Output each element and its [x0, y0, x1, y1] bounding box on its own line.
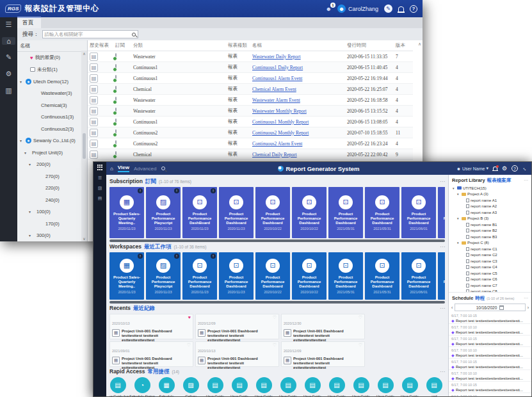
- scroll-down-icon[interactable]: ∨: [83, 236, 85, 241]
- recent-card[interactable]: 2020/12/30 ♡ ▦ Project Unit-001 Dashboar…: [281, 314, 365, 339]
- subscription-tile[interactable]: ! ▨ Product Performance Playscript 2020/…: [146, 187, 181, 238]
- recent-card[interactable]: 2020/10/13 ♡ ▦ Project Unit-001 Dashboar…: [195, 341, 279, 367]
- tree-expand-arrow[interactable]: ▾: [29, 233, 33, 238]
- history-report-icon[interactable]: ▤: [90, 96, 98, 104]
- search-icon[interactable]: [161, 166, 165, 170]
- tree-expand-arrow[interactable]: ▾: [20, 138, 24, 143]
- tree-expand-arrow[interactable]: ▾: [29, 162, 33, 166]
- menu-icon[interactable]: ☰: [6, 20, 12, 29]
- schedule-entry[interactable]: 6/17, 7:00 10:15 ◆ Report test testtestt…: [449, 312, 531, 324]
- subscription-tile[interactable]: ! ⊡ Product Performance Dashboard 2021/0…: [438, 187, 445, 238]
- workspace-tile[interactable]: ! ⊡ Product Performance Dashboard 2020/1…: [255, 252, 290, 300]
- subscription-tile[interactable]: ! ⊡ Product Performance Dashboard 2021/0…: [365, 187, 399, 238]
- tree-item[interactable]: ♥ 我的最愛(0): [17, 52, 87, 64]
- schedule-entry[interactable]: 6/17, 7:00 10:10 ◆ Report test testtestt…: [449, 393, 531, 396]
- library-tree-item[interactable]: report name A3: [451, 209, 529, 216]
- subscribe-icon[interactable]: [115, 53, 117, 60]
- workspaces-more-icon[interactable]: ⋯: [440, 244, 445, 250]
- rapid-access-item[interactable]: ▤ end: [426, 377, 442, 396]
- rapid-access-item[interactable]: ▤ User Guide: [280, 377, 296, 396]
- workspaces-scrollbar[interactable]: [109, 301, 445, 304]
- subscribe-icon[interactable]: [115, 129, 117, 136]
- history-report-icon[interactable]: ▤: [90, 85, 98, 93]
- calendar-icon[interactable]: [499, 305, 504, 310]
- library-tree-item[interactable]: report name A1: [451, 197, 529, 204]
- schedule-entry[interactable]: 6/17, 7:00 10:15 ◆ Report test testtestt…: [449, 336, 531, 347]
- next-day-icon[interactable]: ›: [528, 305, 529, 310]
- fullscreen-icon[interactable]: ↔: [521, 165, 529, 172]
- tree-scrollbar[interactable]: ∧ ∨: [81, 51, 87, 241]
- subscription-tile[interactable]: ! ▦ Product Sales-Quarterly Meeting.. 20…: [109, 187, 144, 238]
- favorite-heart-icon[interactable]: ♡: [273, 315, 277, 320]
- report-name-link[interactable]: Continuous2 Monthly Report: [250, 127, 345, 138]
- table-scroll-up-icon[interactable]: ∧: [418, 42, 421, 47]
- favorite-heart-icon[interactable]: ♡: [187, 343, 191, 348]
- favorite-heart-icon[interactable]: ♡: [359, 343, 362, 348]
- history-report-icon[interactable]: ▤: [90, 53, 98, 61]
- home-icon[interactable]: ⌂: [2, 37, 15, 45]
- tree-item[interactable]: ▾ Project Unit(0): [17, 147, 87, 159]
- schedule-entry[interactable]: 6/17, 7:00 10:10 ◆ Report test testtestt…: [449, 324, 531, 336]
- search-icon[interactable]: [132, 33, 136, 36]
- library-tree-item[interactable]: report name C3: [451, 258, 529, 264]
- user-menu[interactable]: ☻ User Name ▾: [456, 166, 488, 171]
- subscription-scrollbar[interactable]: [109, 239, 445, 242]
- favorite-heart-icon[interactable]: ♡: [359, 315, 362, 320]
- subscription-tile[interactable]: ! ⊡ Product Performance Dashboard 2020/1…: [219, 187, 254, 238]
- rapid-access-item[interactable]: ▤ User Guide: [207, 377, 223, 396]
- subscription-tile[interactable]: ! ⊡ Product Performance Dashboard 2021/0…: [401, 187, 436, 238]
- help-icon[interactable]: ?: [512, 165, 518, 172]
- tree-expand-arrow[interactable]: ▾: [457, 241, 460, 245]
- subscribe-icon[interactable]: [115, 108, 117, 115]
- workspace-tile[interactable]: ! ⊡ Product Performance Dashboard 2021/0…: [401, 252, 436, 300]
- rapid-access-icon[interactable]: ▤: [256, 377, 272, 393]
- tree-item[interactable]: ▾ 200(0): [17, 159, 87, 171]
- subscribe-icon[interactable]: [115, 140, 117, 147]
- report-name-link[interactable]: Wastewater Daily Report: [250, 51, 345, 62]
- rapid-access-item[interactable]: ▤ User Guide: [231, 377, 248, 396]
- schedule-more-icon[interactable]: ⋯: [524, 296, 528, 301]
- library-tree-item[interactable]: report name C1: [451, 246, 529, 252]
- recents-more-icon[interactable]: ⋯: [440, 305, 445, 311]
- tree-expand-arrow[interactable]: ▾: [29, 209, 33, 214]
- bell-icon[interactable]: [398, 6, 404, 12]
- subscription-tile[interactable]: ! ⊡ Product Performance DashBoard 2020/1…: [182, 187, 217, 238]
- recent-card[interactable]: 2020/12/09 ♡ ▦ Project Unit-001 Dashboar…: [195, 314, 279, 339]
- tree-item[interactable]: 220(0): [17, 182, 87, 195]
- history-report-icon[interactable]: ▤: [90, 63, 98, 72]
- rapid-access-item[interactable]: ▤ User Guide: [401, 377, 418, 396]
- subscribe-icon[interactable]: [115, 64, 117, 71]
- tree-item[interactable]: 170(0): [17, 218, 87, 230]
- tree-expand-arrow[interactable]: ▾: [24, 150, 28, 155]
- report-name-link[interactable]: Continuous1 Daily Report: [250, 62, 345, 73]
- library-tree-item[interactable]: report name B2: [451, 228, 529, 234]
- rapid-access-icon[interactable]: ▤: [207, 377, 223, 393]
- rapid-access-icon[interactable]: ◔: [134, 377, 150, 393]
- tree-item[interactable]: 270(0): [17, 170, 87, 182]
- nav-advanced[interactable]: Advanced: [134, 166, 157, 172]
- tools-icon[interactable]: ✎: [6, 53, 12, 61]
- app-launcher-icon[interactable]: [97, 165, 103, 170]
- favorite-heart-icon[interactable]: ♡: [273, 343, 277, 348]
- rapid-access-item[interactable]: ▤ User Guide: [255, 377, 272, 396]
- report-name-link[interactable]: Continuous1 Monthly Report: [250, 117, 345, 127]
- tree-expand-arrow[interactable]: ▾: [457, 192, 460, 196]
- tree-item[interactable]: Continuous2(3): [17, 123, 87, 135]
- prev-day-icon[interactable]: ‹: [451, 305, 453, 310]
- rapid-access-item[interactable]: ▤ User Guide: [377, 377, 394, 396]
- subscribe-icon[interactable]: [115, 118, 117, 126]
- tree-item[interactable]: ▾ 100(0): [17, 206, 87, 218]
- subscription-more-icon[interactable]: ⋯: [440, 179, 445, 184]
- folder-icon[interactable]: ▤: [98, 196, 102, 201]
- history-report-icon[interactable]: ▤: [90, 140, 98, 148]
- report-name-link[interactable]: Wastewater Monthly Report: [250, 106, 345, 117]
- rapid-access-icon[interactable]: ▤: [305, 377, 321, 393]
- report-name-link[interactable]: Continuous2 Alarm Event: [250, 138, 345, 149]
- library-tree-item[interactable]: report name B1: [451, 222, 529, 228]
- workspace-tile[interactable]: ! ▨ Product Performance Playscript 2020/…: [146, 252, 181, 300]
- library-tree-item[interactable]: report name C7: [451, 282, 529, 289]
- recent-card[interactable]: 2020/10/13 ♥ ▦ Project Unit-001 Dashboar…: [109, 314, 193, 339]
- history-report-icon[interactable]: ▤: [90, 74, 98, 83]
- rapid-access-item[interactable]: ◔ Schedule Status: [134, 377, 150, 396]
- help-icon[interactable]: ?: [410, 5, 417, 13]
